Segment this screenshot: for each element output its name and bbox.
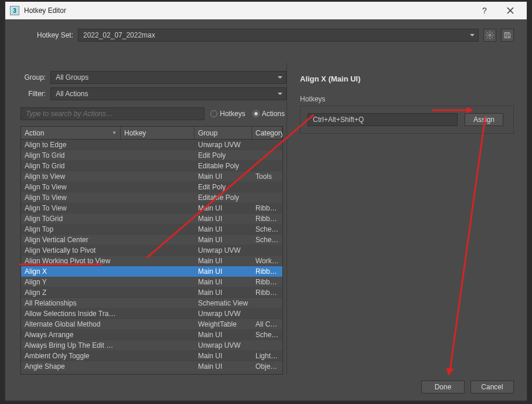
footer: Done Cancel — [415, 381, 514, 393]
table-row[interactable]: Align To ViewMain UIRibbon - M — [21, 203, 282, 213]
table-row[interactable]: Ambient Only ToggleMain UILights and — [21, 351, 282, 361]
cell-action: Align To Grid — [21, 151, 121, 159]
cancel-button-label: Cancel — [481, 383, 503, 391]
save-icon — [503, 31, 511, 39]
table-row[interactable]: Align TopMain UISchematic — [21, 224, 282, 235]
table-row[interactable]: Align Working Pivot to ViewMain UIWorkin… — [21, 256, 282, 266]
cell-action: Align Top — [21, 225, 121, 233]
table-row[interactable]: Align To GridEditable Poly — [21, 161, 282, 171]
group-dropdown[interactable]: All Groups — [50, 71, 287, 84]
body: Hotkey Set: 2022_02_07_2022max Group: Al… — [5, 19, 527, 400]
radio-hotkeys[interactable] — [210, 110, 217, 117]
hotkeyset-dropdown[interactable]: 2022_02_07_2022max — [78, 29, 479, 42]
th-group[interactable]: Group — [195, 127, 252, 139]
filter-dropdown[interactable]: All Actions — [50, 87, 287, 100]
cell-action: Align ToGrid — [21, 215, 121, 223]
titlebar: 3 Hotkey Editor ? — [5, 2, 527, 19]
view-radio-group: Hotkeys Actions — [210, 110, 292, 118]
cell-action: Ambient Only Toggle — [21, 352, 121, 360]
sort-icon: ▼ — [112, 130, 117, 135]
hotkey-input[interactable] — [308, 113, 458, 126]
cell-category: Ribbon - M — [252, 267, 282, 276]
table-row[interactable]: Align ZMain UIRibbon - M — [21, 287, 282, 298]
left-pane: Group: All Groups Filter: All Actions H — [5, 63, 287, 375]
help-button[interactable]: ? — [473, 6, 496, 15]
th-hotkey[interactable]: Hotkey — [121, 127, 195, 139]
cell-group: Main UI — [195, 172, 252, 181]
hotkey-editor-window: 3 Hotkey Editor ? Hotkey Set: 2022_02_07… — [5, 1, 527, 401]
cell-action: Align to Edge — [21, 141, 121, 149]
cell-category: Working P — [252, 257, 282, 265]
table-row[interactable]: Align to ViewMain UITools — [21, 171, 282, 182]
table-row[interactable]: Angle ShapeMain UIObjects Sh — [21, 361, 282, 372]
cell-group: Main UI — [195, 352, 252, 360]
done-button-label: Done — [435, 383, 452, 391]
table-row[interactable]: Align Vertical CenterMain UISchematic — [21, 235, 282, 245]
cell-category: Tools — [252, 172, 282, 181]
table-row[interactable]: Align Vertically to PivotUnwrap UVW — [21, 245, 282, 256]
group-row: Group: All Groups — [21, 71, 287, 84]
close-button[interactable] — [499, 6, 522, 15]
cell-action: Allow Selections Inside Tranform … — [21, 310, 121, 318]
cell-category: Ribbon - M — [252, 288, 282, 297]
hotkeyset-row: Hotkey Set: 2022_02_07_2022max — [5, 19, 527, 46]
cell-group: Main UI — [195, 236, 252, 244]
hotkeys-row: Assign — [308, 113, 506, 126]
table-row[interactable]: Always ArrangeMain UISchematic — [21, 330, 282, 340]
cell-action: Align To Grid — [21, 162, 121, 170]
hotkeys-group: Assign — [300, 106, 514, 134]
table-header: Action ▼ Hotkey Group Category — [21, 127, 282, 140]
cell-category: Objects Sh — [252, 362, 282, 371]
table-row[interactable]: Align To GridEdit Poly — [21, 150, 282, 161]
table-row[interactable]: Align XMain UIRibbon - M — [21, 266, 282, 277]
cell-group: Main UI — [195, 215, 252, 223]
filter-label: Filter: — [21, 90, 46, 98]
cell-action: Align Z — [21, 288, 121, 297]
table-row[interactable]: Align To ViewEditable Poly — [21, 192, 282, 203]
table-row[interactable]: All RelationshipsSchematic View — [21, 298, 282, 308]
filter-value: All Actions — [56, 90, 88, 98]
cell-action: Align Vertical Center — [21, 236, 121, 244]
table-row[interactable]: Alternate Global MethodWeightTableAll Co… — [21, 319, 282, 330]
svg-point-0 — [489, 34, 491, 36]
detail-title: Align X (Main UI) — [300, 74, 514, 83]
assign-button[interactable]: Assign — [465, 113, 503, 126]
table-row[interactable]: Align To ViewEdit Poly — [21, 182, 282, 192]
cell-category: Schematic — [252, 236, 282, 244]
cell-action: Align to View — [21, 172, 121, 181]
cell-action: Always Bring Up The Edit Window — [21, 341, 121, 349]
cell-action: All Relationships — [21, 299, 121, 307]
cell-group: Main UI — [195, 278, 252, 286]
radio-actions[interactable] — [253, 110, 260, 117]
table-row[interactable]: Align YMain UIRibbon - M — [21, 277, 282, 287]
cell-group: Main UI — [195, 362, 252, 371]
cell-action: Angle Shape — [21, 362, 121, 371]
table-row[interactable]: Align ToGridMain UIRibbon - M — [21, 213, 282, 224]
cell-group: Edit Poly — [195, 151, 252, 159]
cell-group: Unwrap UVW — [195, 341, 252, 349]
cancel-button[interactable]: Cancel — [470, 381, 514, 393]
cell-action: Align To View — [21, 193, 121, 202]
done-button[interactable]: Done — [421, 381, 465, 393]
search-input[interactable] — [21, 107, 204, 120]
th-hotkey-label: Hotkey — [124, 129, 146, 137]
cell-action: Align Y — [21, 278, 121, 286]
close-icon — [507, 7, 514, 14]
group-value: All Groups — [56, 73, 88, 82]
settings-button[interactable] — [483, 29, 496, 42]
th-action[interactable]: Action ▼ — [21, 127, 121, 139]
filter-row: Filter: All Actions — [21, 87, 287, 100]
actions-table: Action ▼ Hotkey Group Category A — [21, 126, 283, 375]
th-category[interactable]: Category — [252, 127, 282, 139]
table-row[interactable]: Align to EdgeUnwrap UVW — [21, 140, 282, 150]
search-row: Hotkeys Actions — [21, 107, 292, 120]
help-icon: ? — [482, 6, 487, 15]
app-icon: 3 — [10, 6, 19, 15]
table-row[interactable]: Always Bring Up The Edit WindowUnwrap UV… — [21, 340, 282, 351]
group-label: Group: — [21, 73, 46, 82]
table-row[interactable]: Allow Selections Inside Tranform …Unwrap… — [21, 308, 282, 319]
save-button[interactable] — [501, 29, 514, 42]
cell-group: Edit Poly — [195, 183, 252, 191]
cell-action: Align To View — [21, 183, 121, 191]
hotkeys-section-label: Hotkeys — [300, 95, 514, 103]
